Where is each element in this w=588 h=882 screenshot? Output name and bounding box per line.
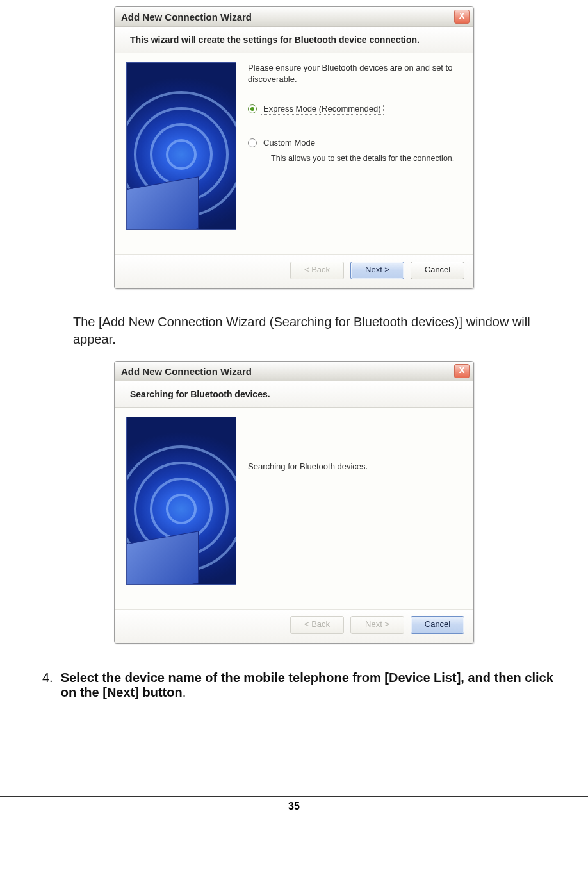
dialog-footer: < Back Next > Cancel xyxy=(115,254,473,288)
next-button[interactable]: Next > xyxy=(350,262,404,279)
instruction-text: Please ensure your Bluetooth devices are… xyxy=(248,62,462,85)
dialog-footer: < Back Next > Cancel xyxy=(115,609,473,643)
step-4: 4. Select the device name of the mobile … xyxy=(22,656,566,700)
content-area: Please ensure your Bluetooth devices are… xyxy=(236,62,462,248)
paragraph-1: The [Add New Connection Wizard (Searchin… xyxy=(28,302,560,361)
cancel-button[interactable]: Cancel xyxy=(411,262,464,279)
back-button: < Back xyxy=(290,616,344,634)
radio-checked-icon xyxy=(248,104,257,113)
searching-message: Searching for Bluetooth devices. xyxy=(248,462,462,471)
wizard-dialog-1: Add New Connection Wizard X This wizard … xyxy=(114,6,474,289)
window-title: Add New Connection Wizard xyxy=(121,366,252,377)
titlebar: Add New Connection Wizard X xyxy=(115,7,473,27)
cancel-button[interactable]: Cancel xyxy=(411,616,464,634)
document-page: Add New Connection Wizard X This wizard … xyxy=(0,0,588,831)
dialog-body: Searching for Bluetooth devices. xyxy=(115,408,473,609)
step-text-main: Select the device name of the mobile tel… xyxy=(61,670,553,699)
bluetooth-illustration xyxy=(126,62,236,230)
page-number: 35 xyxy=(288,801,300,811)
wizard-dialog-2: Add New Connection Wizard X Searching fo… xyxy=(114,361,474,644)
wizard-header: Searching for Bluetooth devices. xyxy=(115,381,473,408)
close-icon[interactable]: X xyxy=(454,10,470,24)
page-footer: 35 xyxy=(0,796,588,812)
back-button: < Back xyxy=(290,262,344,279)
content-area: Searching for Bluetooth devices. xyxy=(236,417,462,603)
custom-mode-option[interactable]: Custom Mode xyxy=(248,137,462,149)
custom-mode-note: This allows you to set the details for t… xyxy=(271,154,462,163)
titlebar: Add New Connection Wizard X xyxy=(115,362,473,381)
dialog-body: Please ensure your Bluetooth devices are… xyxy=(115,53,473,254)
radio-unchecked-icon xyxy=(248,138,257,147)
step-period: . xyxy=(183,685,186,699)
wizard-header: This wizard will create the settings for… xyxy=(115,27,473,53)
step-text: Select the device name of the mobile tel… xyxy=(61,670,566,700)
next-button: Next > xyxy=(350,616,404,634)
express-mode-option[interactable]: Express Mode (Recommended) xyxy=(248,103,462,115)
step-number: 4. xyxy=(42,670,53,700)
bluetooth-illustration xyxy=(126,417,236,585)
express-mode-label: Express Mode (Recommended) xyxy=(261,103,384,115)
custom-mode-label: Custom Mode xyxy=(261,137,318,149)
close-icon[interactable]: X xyxy=(454,364,470,378)
window-title: Add New Connection Wizard xyxy=(121,12,252,22)
